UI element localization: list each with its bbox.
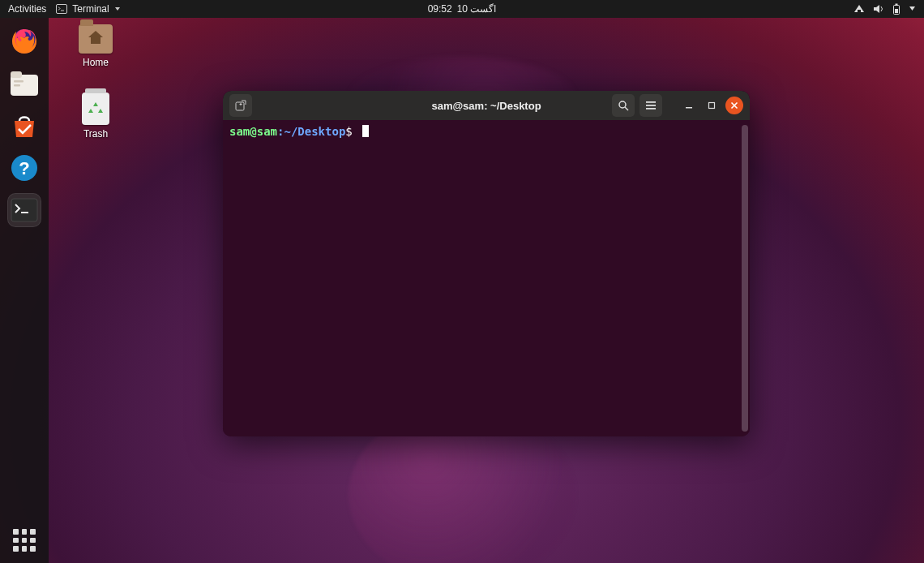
svg-rect-16 [646,105,656,106]
svg-rect-8 [14,84,20,87]
prompt-symbol: $ [345,125,352,138]
svg-text:?: ? [19,158,29,178]
hamburger-icon [645,101,657,110]
active-app-label: Terminal [72,3,109,15]
minimize-icon [685,101,693,110]
clock[interactable]: 09:52 اگست 10 [428,3,497,15]
terminal-icon [11,198,38,222]
clock-time: 09:52 [428,3,452,15]
dock: ? [0,18,49,563]
folder-icon [79,24,113,54]
svg-rect-13 [236,102,244,110]
chevron-down-icon [909,6,916,11]
dock-help[interactable]: ? [7,151,41,185]
prompt-path: ~/Desktop [284,125,345,138]
close-button[interactable] [725,97,743,114]
svg-point-14 [619,101,626,108]
maximize-button[interactable] [703,97,721,114]
active-app-menu[interactable]: Terminal [56,3,120,15]
chevron-down-icon [114,7,121,11]
desktop-icon-label: Home [83,57,109,68]
desktop-home-folder[interactable]: Home [73,24,118,68]
maximize-icon [708,101,716,110]
trash-icon [82,92,109,125]
svg-rect-2 [896,4,898,6]
minimize-button[interactable] [680,97,698,114]
prompt-userhost: sam@sam [229,125,277,138]
recycle-icon [88,101,103,116]
svg-rect-18 [686,107,692,109]
search-button[interactable] [612,94,635,117]
volume-icon [873,4,884,14]
close-icon [730,101,738,110]
svg-rect-11 [11,199,37,221]
show-applications-button[interactable] [13,529,36,552]
status-area[interactable] [853,3,916,15]
terminal-titlebar[interactable]: sam@sam: ~/Desktop [223,91,750,120]
firefox-icon [10,27,39,56]
svg-rect-15 [646,101,656,103]
desktop-icons: Home Trash [73,24,118,140]
dock-firefox[interactable] [7,24,41,58]
svg-rect-7 [14,80,24,83]
menu-button[interactable] [640,94,662,117]
new-tab-button[interactable] [229,94,252,117]
house-icon [88,30,104,45]
network-icon [853,4,865,14]
dock-terminal[interactable] [7,193,41,227]
terminal-body[interactable]: sam@sam:~/Desktop$ [223,120,750,436]
clock-date: اگست 10 [457,3,497,15]
files-icon [10,71,39,97]
new-tab-icon [235,100,246,111]
desktop-icon-label: Trash [83,128,108,140]
svg-rect-3 [895,9,898,13]
activities-button[interactable]: Activities [8,3,46,15]
svg-rect-6 [11,71,22,78]
terminal-app-icon [56,4,67,14]
dock-files[interactable] [7,67,41,101]
svg-rect-0 [57,5,67,14]
svg-rect-17 [646,108,656,110]
software-store-icon [10,111,39,140]
dock-software[interactable] [7,109,41,143]
desktop-trash[interactable]: Trash [73,92,118,140]
help-icon: ? [10,153,39,183]
cursor [362,125,369,137]
battery-icon [892,3,900,15]
prompt-line: sam@sam:~/Desktop$ [229,125,359,138]
window-title: sam@sam: ~/Desktop [223,91,750,120]
search-icon [618,100,629,111]
top-panel: Activities Terminal 09:52 اگست 10 [0,0,924,18]
svg-rect-12 [21,212,28,213]
terminal-window: sam@sam: ~/Desktop sam@sam:~/Desktop$ [223,91,750,436]
terminal-scrollbar[interactable] [742,125,748,432]
svg-rect-19 [709,103,715,109]
